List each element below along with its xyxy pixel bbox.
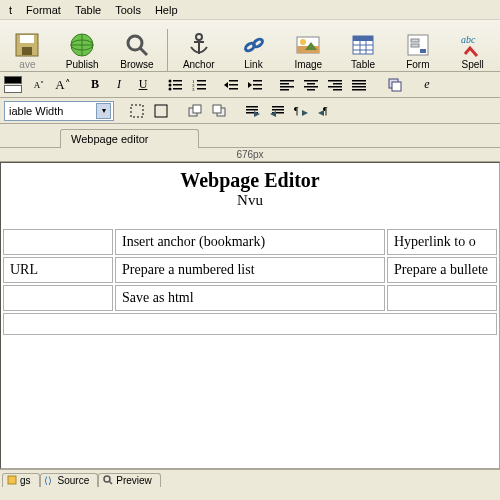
- table-row[interactable]: Insert anchor (bookmark) Hyperlink to o: [3, 229, 497, 255]
- table-cell[interactable]: Insert anchor (bookmark): [115, 229, 385, 255]
- source-icon: ⟨⟩: [45, 475, 55, 485]
- bg-color-swatch[interactable]: [4, 85, 22, 93]
- svg-rect-38: [197, 88, 206, 90]
- svg-text:⟨⟩: ⟨⟩: [45, 475, 52, 485]
- svg-text:3: 3: [192, 87, 195, 91]
- tags-icon: [7, 475, 17, 485]
- direction-ltr-button[interactable]: [242, 101, 264, 121]
- border-solid-button[interactable]: [150, 101, 172, 121]
- doc-table[interactable]: Insert anchor (bookmark) Hyperlink to o …: [1, 227, 499, 337]
- link-button[interactable]: Link: [226, 29, 281, 71]
- table-cell[interactable]: [3, 285, 113, 311]
- svg-rect-23: [411, 39, 419, 42]
- table-cell[interactable]: Hyperlink to o: [387, 229, 497, 255]
- spell-label: Spell: [462, 59, 484, 70]
- em-button[interactable]: e: [416, 75, 438, 95]
- svg-rect-25: [420, 49, 426, 53]
- browse-label: Browse: [120, 59, 153, 70]
- svg-rect-41: [229, 84, 238, 86]
- table-cell[interactable]: [387, 285, 497, 311]
- view-tab-label: Source: [58, 475, 90, 486]
- text-color-swatch[interactable]: [4, 76, 22, 84]
- format-toolbar: A˅ A˄ B I U 123 e: [0, 72, 500, 98]
- menu-bar: t Format Table Tools Help: [0, 0, 500, 20]
- ruler-size: 676px: [0, 148, 500, 162]
- svg-rect-58: [333, 89, 342, 91]
- bring-front-button[interactable]: [208, 101, 230, 121]
- indent-button[interactable]: [244, 75, 266, 95]
- toolbar-separator: [167, 29, 168, 71]
- border-style-button[interactable]: [126, 101, 148, 121]
- view-tabs: gs ⟨⟩ Source Preview: [0, 469, 500, 489]
- menu-format[interactable]: Format: [19, 2, 68, 18]
- table-cell[interactable]: URL: [3, 257, 113, 283]
- increase-font-button[interactable]: A˄: [52, 75, 74, 95]
- table-cell[interactable]: [3, 313, 497, 335]
- anchor-icon: [185, 31, 213, 59]
- svg-rect-55: [328, 80, 342, 82]
- number-list-button[interactable]: 123: [188, 75, 210, 95]
- spell-button[interactable]: abc Spell: [445, 29, 500, 71]
- direction-rtl-button[interactable]: [266, 101, 288, 121]
- send-back-button[interactable]: [184, 101, 206, 121]
- svg-line-6: [140, 48, 147, 55]
- outdent-button[interactable]: [220, 75, 242, 95]
- document-area[interactable]: Webpage Editor Nvu Insert anchor (bookma…: [0, 162, 500, 469]
- ltr-para-button[interactable]: ¶: [290, 101, 312, 121]
- table-row[interactable]: Save as html: [3, 285, 497, 311]
- save-button[interactable]: ave: [0, 29, 55, 71]
- table-cell[interactable]: Save as html: [115, 285, 385, 311]
- svg-point-29: [169, 83, 172, 86]
- align-right-button[interactable]: [324, 75, 346, 95]
- table-cell[interactable]: Prepare a numbered list: [115, 257, 385, 283]
- align-left-button[interactable]: [276, 75, 298, 95]
- view-tab-tags[interactable]: gs: [2, 473, 40, 487]
- svg-rect-24: [411, 44, 419, 47]
- doc-heading: Webpage Editor: [1, 169, 499, 192]
- svg-rect-52: [307, 83, 315, 85]
- menu-table[interactable]: Table: [68, 2, 108, 18]
- svg-rect-71: [246, 106, 258, 108]
- view-tab-source[interactable]: ⟨⟩ Source: [40, 473, 99, 487]
- align-justify-button[interactable]: [348, 75, 370, 95]
- table-row[interactable]: [3, 313, 497, 335]
- svg-rect-60: [352, 83, 366, 85]
- view-tab-preview[interactable]: Preview: [98, 473, 161, 487]
- menu-help[interactable]: Help: [148, 2, 185, 18]
- svg-point-5: [128, 36, 142, 50]
- table-icon: [349, 31, 377, 59]
- font-family-select[interactable]: iable Width ▾: [4, 101, 114, 121]
- svg-text:abc: abc: [461, 34, 476, 45]
- publish-button[interactable]: Publish: [55, 29, 110, 71]
- menu-item[interactable]: t: [2, 2, 19, 18]
- form-button[interactable]: Form: [390, 29, 445, 71]
- anchor-button[interactable]: Anchor: [171, 29, 226, 71]
- svg-marker-43: [248, 82, 252, 88]
- bold-button[interactable]: B: [84, 75, 106, 95]
- svg-rect-50: [280, 89, 289, 91]
- svg-marker-80: [302, 110, 308, 116]
- browse-icon: [123, 31, 151, 59]
- table-cell[interactable]: [3, 229, 113, 255]
- svg-point-27: [169, 79, 172, 82]
- form-icon: [404, 31, 432, 59]
- svg-rect-75: [272, 106, 284, 108]
- svg-rect-61: [352, 86, 366, 88]
- underline-button[interactable]: U: [132, 75, 154, 95]
- document-tab[interactable]: Webpage editor: [60, 129, 199, 148]
- align-center-button[interactable]: [300, 75, 322, 95]
- decrease-font-button[interactable]: A˅: [28, 75, 50, 95]
- doc-subheading: Nvu: [1, 192, 499, 209]
- table-button[interactable]: Table: [336, 29, 391, 71]
- svg-rect-45: [253, 84, 262, 86]
- image-button[interactable]: Image: [281, 29, 336, 71]
- layer-button[interactable]: [384, 75, 406, 95]
- menu-tools[interactable]: Tools: [108, 2, 148, 18]
- browse-button[interactable]: Browse: [110, 29, 165, 71]
- svg-marker-82: [318, 110, 324, 116]
- table-cell[interactable]: Prepare a bullete: [387, 257, 497, 283]
- italic-button[interactable]: I: [108, 75, 130, 95]
- table-row[interactable]: URL Prepare a numbered list Prepare a bu…: [3, 257, 497, 283]
- bullet-list-button[interactable]: [164, 75, 186, 95]
- rtl-para-button[interactable]: ¶: [314, 101, 336, 121]
